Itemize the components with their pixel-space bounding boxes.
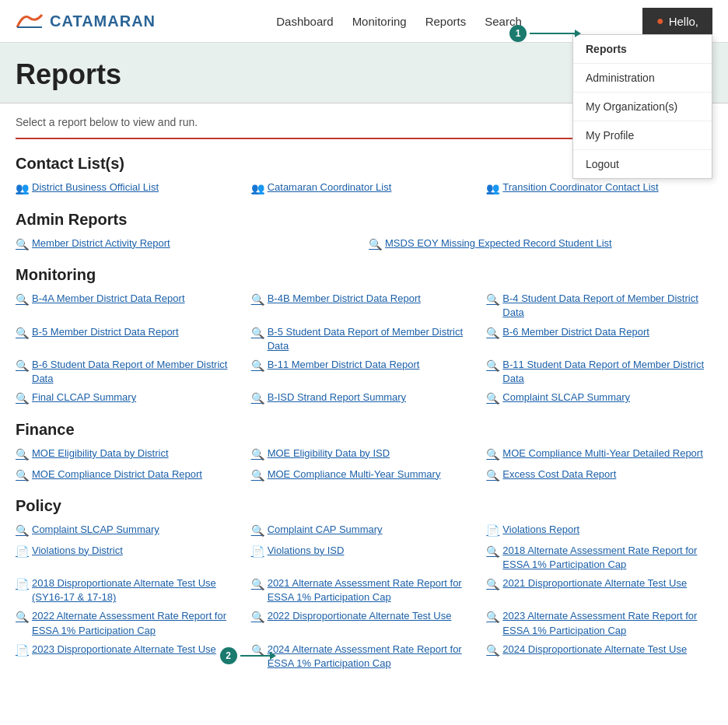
report-moe-district[interactable]: 🔍 MOE Eligibility Data by District [16,447,242,463]
logo-icon [16,10,44,32]
report-2024-alternate-essa[interactable]: 🔍 2024 Alternate Assessment Rate Report … [251,643,478,671]
report-b4a[interactable]: 🔍 B-4A Member District Data Report [16,292,242,320]
pol-icon-6: 🔍 [486,545,499,560]
mon-icon-7: 🔍 [16,359,29,374]
report-violations[interactable]: 📄 Violations Report [486,523,712,539]
report-2023-disproportionate[interactable]: 📄 2023 Disproportionate Alternate Test U… [16,643,242,671]
report-bisd-strand[interactable]: 🔍 B-ISD Strand Report Summary [251,391,478,407]
mon-icon-9: 🔍 [486,359,499,374]
report-msds-eoy[interactable]: 🔍 MSDS EOY Missing Expected Record Stude… [369,236,712,253]
dropdown-my-profile[interactable]: My Profile [573,121,712,150]
report-b6[interactable]: 🔍 B-6 Member District Data Report [486,325,712,353]
fin-icon-4: 🔍 [16,468,29,484]
fin-icon-1: 🔍 [16,447,29,463]
contact-lists-grid: 👥 District Business Official List 👥 Cata… [16,180,712,197]
report-b4b[interactable]: 🔍 B-4B Member District Data Report [251,292,478,320]
monitoring-grid: 🔍 B-4A Member District Data Report 🔍 B-4… [16,292,712,407]
policy-grid: 🔍 Complaint SLCAP Summary 🔍 Complaint CA… [16,523,712,671]
report-2018-disproportionate[interactable]: 📄 2018 Disproportionate Alternate Test U… [16,576,242,604]
arrow-2-line [240,655,271,657]
report-2024-disproportionate[interactable]: 🔍 2024 Disproportionate Alternate Test U… [486,643,712,671]
user-menu-trigger[interactable]: ● Hello, Reports Administration My Organ… [642,8,712,34]
report-complaint-cap[interactable]: 🔍 Complaint CAP Summary [251,523,478,539]
mon-icon-8: 🔍 [251,359,264,374]
report-2022-disproportionate[interactable]: 🔍 2022 Disproportionate Alternate Test U… [251,609,478,637]
circle-1: 1 [509,25,527,42]
contact-icon-3: 👥 [486,181,499,197]
dropdown-my-organization[interactable]: My Organization(s) [573,93,712,121]
report-2018-alternate-essa[interactable]: 🔍 2018 Alternate Assessment Rate Report … [486,544,712,572]
report-b11-student[interactable]: 🔍 B-11 Student Data Report of Member Dis… [486,358,712,386]
dropdown-logout[interactable]: Logout [573,150,712,178]
report-catamaran-coordinator[interactable]: 👥 Catamaran Coordinator List [251,180,478,197]
report-transition-coordinator[interactable]: 👥 Transition Coordinator Contact List [486,180,712,197]
annotation-2: 2 [220,647,271,664]
report-violations-by-district[interactable]: 📄 Violations by District [16,544,242,572]
admin-reports-grid: 🔍 Member District Activity Report 🔍 MSDS… [16,236,712,253]
admin-icon-2: 🔍 [369,237,382,253]
mon-icon-4: 🔍 [16,326,29,341]
arrow-2-head [270,652,276,660]
pol-icon-12: 🔍 [486,610,499,625]
section-policy-title: Policy [16,497,712,515]
fin-icon-3: 🔍 [486,447,499,463]
pol-icon-2: 🔍 [251,524,264,539]
report-b6-student[interactable]: 🔍 B-6 Student Data Report of Member Dist… [16,358,242,386]
report-final-clcap[interactable]: 🔍 Final CLCAP Summary [16,391,242,407]
mon-icon-11: 🔍 [251,391,264,407]
pol-icon-11: 🔍 [251,610,264,625]
report-moe-multiyear-summary[interactable]: 🔍 MOE Compliance Multi-Year Summary [251,468,478,484]
admin-icon-1: 🔍 [16,237,29,253]
nav-reports[interactable]: Reports [425,15,467,28]
mon-icon-10: 🔍 [16,391,29,407]
nav-area: Dashboard Monitoring Reports Search [276,15,522,28]
pol-icon-10: 🔍 [16,610,29,625]
report-2021-disproportionate[interactable]: 🔍 2021 Disproportionate Alternate Test U… [486,576,712,604]
report-member-district-activity[interactable]: 🔍 Member District Activity Report [16,236,359,253]
pol-icon-1: 🔍 [16,524,29,539]
report-district-business-official[interactable]: 👥 District Business Official List [16,180,242,197]
fin-icon-6: 🔍 [486,468,499,484]
report-violations-by-isd[interactable]: 📄 Violations by ISD [251,544,478,572]
report-b11[interactable]: 🔍 B-11 Member District Data Report [251,358,478,386]
mon-icon-3: 🔍 [486,292,499,308]
pol-icon-4: 📄 [16,545,29,560]
fin-icon-5: 🔍 [251,468,264,484]
section-monitoring-title: Monitoring [16,266,712,284]
report-b5-student[interactable]: 🔍 B-5 Student Data Report of Member Dist… [251,325,478,353]
logo-area: CATAMARAN [16,10,156,32]
dropdown-administration[interactable]: Administration [573,64,712,93]
pol-icon-8: 🔍 [251,577,264,593]
report-2021-alternate-essa[interactable]: 🔍 2021 Alternate Assessment Rate Report … [251,576,478,604]
report-complaint-slcap-policy[interactable]: 🔍 Complaint SLCAP Summary [16,523,242,539]
mon-icon-6: 🔍 [486,326,499,341]
dropdown-menu: Reports Administration My Organization(s… [572,34,712,179]
finance-grid: 🔍 MOE Eligibility Data by District 🔍 MOE… [16,447,712,483]
report-b5[interactable]: 🔍 B-5 Member District Data Report [16,325,242,353]
nav-dashboard[interactable]: Dashboard [276,15,333,28]
report-moe-compliance-district[interactable]: 🔍 MOE Compliance District Data Report [16,468,242,484]
section-admin-reports-title: Admin Reports [16,211,712,229]
report-complaint-slcap-mon[interactable]: 🔍 Complaint SLCAP Summary [486,391,712,407]
mon-icon-5: 🔍 [251,326,264,341]
annotation-1: 1 [509,25,576,42]
header: CATAMARAN Dashboard Monitoring Reports S… [0,0,728,43]
pol-icon-9: 🔍 [486,577,499,593]
report-moe-isd[interactable]: 🔍 MOE Eligibility Data by ISD [251,447,478,463]
dropdown-reports[interactable]: Reports [573,35,712,64]
user-dot-icon: ● [656,14,664,28]
mon-icon-12: 🔍 [486,391,499,407]
fin-icon-2: 🔍 [251,447,264,463]
report-excess-cost[interactable]: 🔍 Excess Cost Data Report [486,468,712,484]
report-2022-alternate-essa[interactable]: 🔍 2022 Alternate Assessment Rate Report … [16,609,242,637]
mon-icon-1: 🔍 [16,292,29,308]
pol-icon-15: 🔍 [486,643,499,659]
section-finance-title: Finance [16,421,712,439]
report-b4-student[interactable]: 🔍 B-4 Student Data Report of Member Dist… [486,292,712,320]
pol-icon-3: 📄 [486,524,499,539]
mon-icon-2: 🔍 [251,292,264,308]
report-moe-multiyear-detailed[interactable]: 🔍 MOE Compliance Multi-Year Detailed Rep… [486,447,712,463]
report-2023-alternate-essa[interactable]: 🔍 2023 Alternate Assessment Rate Report … [486,609,712,637]
nav-monitoring[interactable]: Monitoring [352,15,407,28]
pol-icon-7: 📄 [16,577,29,593]
